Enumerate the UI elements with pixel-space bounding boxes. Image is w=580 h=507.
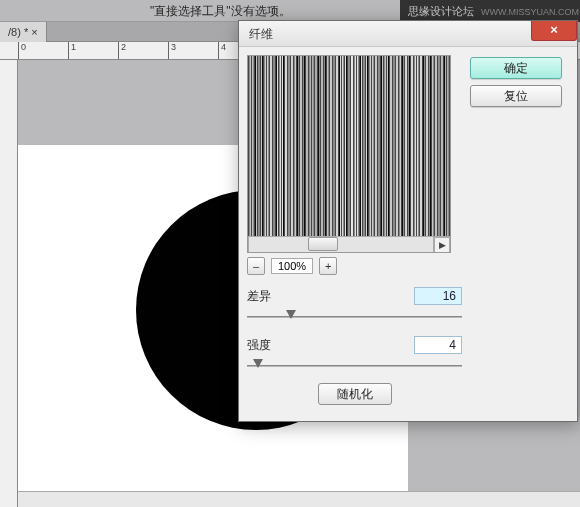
scroll-thumb[interactable] (308, 237, 338, 251)
ok-button[interactable]: 确定 (470, 57, 562, 79)
preview-scrollbar[interactable]: ▶ (248, 236, 450, 252)
watermark-main: 思缘设计论坛 (408, 5, 474, 17)
close-button[interactable]: × (531, 21, 577, 41)
canvas-scrollbar-horizontal[interactable] (18, 491, 580, 507)
variance-slider[interactable] (247, 310, 462, 324)
ruler-vertical (0, 60, 18, 507)
zoom-in-button[interactable]: + (319, 257, 337, 275)
fibers-dialog: 纤维 × ▶ – 100% + 差异 16 (238, 20, 578, 422)
strength-label: 强度 (247, 337, 271, 354)
strength-input[interactable]: 4 (414, 336, 462, 354)
strength-slider[interactable] (247, 359, 462, 373)
zoom-controls: – 100% + (247, 257, 462, 275)
param-variance: 差异 16 (247, 287, 462, 324)
filter-preview[interactable]: ▶ (247, 55, 451, 253)
zoom-out-button[interactable]: – (247, 257, 265, 275)
options-text: "直接选择工具"没有选项。 (150, 4, 291, 18)
watermark: 思缘设计论坛 WWW.MISSYUAN.COM (400, 0, 580, 22)
dialog-title: 纤维 (249, 27, 273, 41)
fiber-texture (248, 56, 450, 252)
variance-input[interactable]: 16 (414, 287, 462, 305)
minus-icon: – (253, 260, 259, 272)
tab-label: /8) * × (8, 26, 38, 38)
variance-label: 差异 (247, 288, 271, 305)
close-icon: × (550, 22, 558, 37)
reset-button[interactable]: 复位 (470, 85, 562, 107)
zoom-value[interactable]: 100% (271, 258, 313, 274)
scroll-right-icon[interactable]: ▶ (434, 237, 450, 253)
randomize-button[interactable]: 随机化 (318, 383, 392, 405)
watermark-sub: WWW.MISSYUAN.COM (481, 7, 579, 17)
document-tab[interactable]: /8) * × (0, 22, 47, 42)
strength-handle[interactable] (253, 359, 263, 368)
dialog-titlebar[interactable]: 纤维 × (239, 21, 577, 47)
param-strength: 强度 4 (247, 336, 462, 373)
variance-handle[interactable] (286, 310, 296, 319)
plus-icon: + (325, 260, 331, 272)
